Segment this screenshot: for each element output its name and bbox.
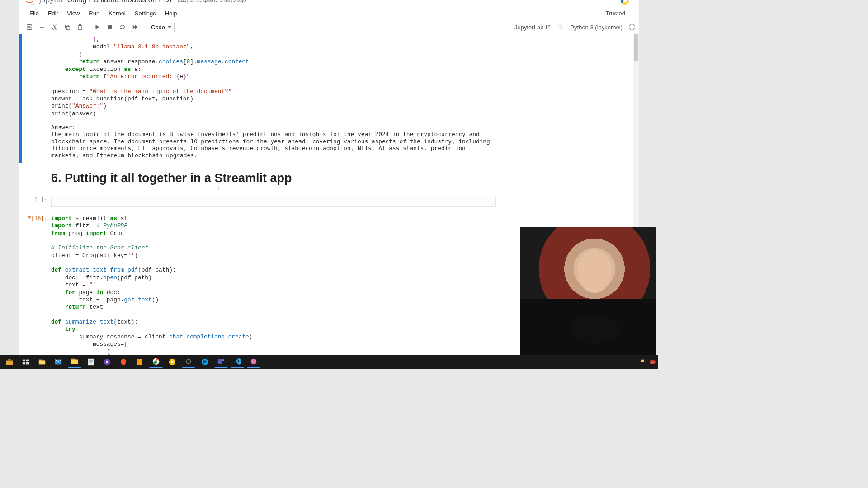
open-jupyterlab-link[interactable]: JupyterLab [514,24,551,31]
tray-badge: 4 [650,360,656,364]
svg-rect-20 [26,362,29,365]
code-cell-2[interactable]: *[16]: import streamlit as st import fit… [19,213,500,357]
menu-view[interactable]: View [62,7,84,19]
svg-rect-17 [23,360,25,362]
checkpoint-text: Last Checkpoint: 5 days ago [178,0,246,3]
run-button[interactable] [91,21,104,33]
svg-rect-15 [6,360,13,365]
menu-settings[interactable]: Settings [130,7,160,19]
toolbar: Code JupyterLab Python 3 (ipykernel) [19,20,639,34]
svg-point-32 [171,361,173,363]
menubar: File Edit View Run Kernel Settings Help … [19,6,639,20]
svg-point-7 [52,28,54,30]
taskbar-obs-icon[interactable] [182,356,195,368]
webcam-overlay [520,227,656,358]
taskbar-taskview-icon[interactable] [19,356,33,368]
cell-prompt-running: *[16]: [22,213,51,357]
taskbar-chrome-icon[interactable] [149,356,163,368]
add-cell-button[interactable] [36,21,48,33]
copy-button[interactable] [61,21,74,33]
menu-kernel[interactable]: Kernel [104,7,130,19]
header-bar: jupyter Using FB llama models on PDF Las… [19,0,639,6]
taskbar-sublime-icon[interactable] [133,356,146,368]
logo-area: jupyter Using FB llama models on PDF Las… [23,0,246,6]
menu-help[interactable]: Help [160,7,182,19]
python-logo-icon [620,0,630,6]
taskbar-briefcase-icon[interactable] [3,356,16,368]
jupyter-logo-icon [23,0,36,6]
output-prompt [22,121,51,163]
tray-flag-icon[interactable] [640,359,646,365]
empty-cell-prompt: [ ]: [22,195,51,211]
taskbar-notes-icon[interactable] [84,356,98,368]
taskbar-mail-icon[interactable] [52,356,65,368]
taskbar: T 4 [0,355,658,369]
code-input[interactable]: ], model="llama-3.1-8b-instant", ) retur… [51,36,496,117]
svg-rect-18 [26,360,29,362]
restart-button[interactable] [116,21,129,33]
gear-icon[interactable] [557,23,564,31]
empty-cell-input[interactable] [51,197,496,207]
empty-code-cell[interactable]: [ ]: [19,195,500,211]
kernel-status-icon[interactable] [629,24,635,30]
code-input-2[interactable]: import streamlit as st import fitz # PyM… [51,215,496,357]
kernel-name[interactable]: Python 3 (ipykernel) [570,24,623,31]
svg-rect-21 [39,360,45,364]
notebook-title[interactable]: Using FB llama models on PDF [67,0,174,5]
markdown-cell[interactable]: 6. Putting it all together in a Streamli… [19,163,500,192]
output-cell-1: Answer: The main topic of the document i… [19,121,500,163]
svg-rect-5 [28,25,30,27]
stop-button[interactable] [104,21,116,33]
restart-run-all-button[interactable] [129,21,142,33]
menu-file[interactable]: File [25,7,43,19]
taskbar-media-icon[interactable] [100,356,114,368]
svg-rect-16 [8,359,10,361]
code-cell-1[interactable]: ], model="llama-3.1-8b-instant", ) retur… [19,34,500,121]
svg-rect-22 [39,360,42,361]
svg-text:T: T [219,360,221,364]
save-button[interactable] [23,21,36,33]
taskbar-app-icon[interactable] [247,356,260,368]
svg-rect-10 [66,26,70,29]
taskbar-chromium-icon[interactable] [165,356,179,368]
svg-point-14 [560,26,561,28]
taskbar-brave-icon[interactable] [117,356,130,368]
taskbar-explorer-icon[interactable] [35,356,49,368]
svg-rect-13 [108,25,112,29]
svg-rect-6 [28,28,31,29]
taskbar-teams-icon[interactable]: T [214,356,228,368]
menu-run[interactable]: Run [84,7,104,19]
open-jupyterlab-label: JupyterLab [514,24,543,31]
external-link-icon [545,24,551,30]
taskbar-vscode-icon[interactable] [231,356,244,368]
scrollbar-thumb[interactable] [634,34,638,61]
svg-point-39 [251,359,257,365]
menu-edit[interactable]: Edit [43,7,62,19]
svg-rect-28 [137,359,142,365]
svg-rect-19 [23,362,25,365]
cut-button[interactable] [48,21,61,33]
taskbar-edge-icon[interactable] [198,356,212,368]
cell-type-select[interactable]: Code [147,23,175,32]
app-name: jupyter [39,0,63,5]
svg-point-3 [626,4,627,5]
cell-prompt [22,34,51,121]
svg-point-1 [33,3,34,5]
taskbar-tray[interactable]: 4 [640,359,656,365]
paste-button[interactable] [74,21,86,33]
trusted-label: Trusted [605,10,625,17]
taskbar-files-icon[interactable] [68,356,81,368]
svg-rect-26 [88,359,94,365]
svg-point-8 [55,28,57,30]
cell-output-text: Answer: The main topic of the document i… [51,123,496,160]
svg-point-38 [222,359,224,361]
svg-rect-24 [71,360,78,364]
svg-rect-25 [71,359,75,360]
section-heading: 6. Putting it all together in a Streamli… [51,165,496,189]
